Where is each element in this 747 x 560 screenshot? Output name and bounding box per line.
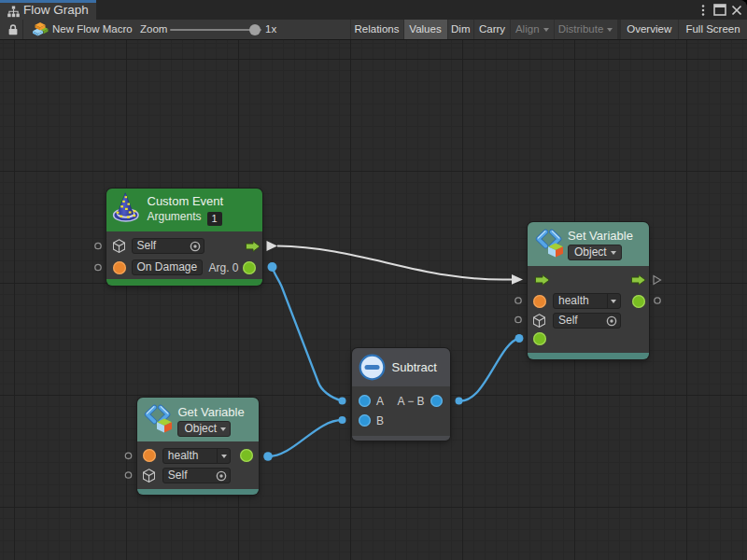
fullscreen-button[interactable]: Full Screen xyxy=(678,20,747,39)
window-menu-icon[interactable] xyxy=(695,2,712,19)
self-target-field[interactable]: Self xyxy=(132,238,204,254)
get-variable-header: Get Variable Object xyxy=(137,398,259,441)
input-a-label: A xyxy=(376,395,384,408)
get-variable-footer xyxy=(137,489,259,496)
chevron-down-icon xyxy=(611,251,616,255)
window-close-icon[interactable] xyxy=(728,2,745,19)
carry-button[interactable]: Carry xyxy=(473,20,510,39)
variable-name-dropdown[interactable]: health xyxy=(553,293,621,309)
wire-subtract-to-setvar[interactable] xyxy=(459,339,520,401)
arg0-out-port[interactable] xyxy=(243,261,256,274)
chevron-down-icon xyxy=(607,28,613,32)
wizard-hat-icon xyxy=(111,191,142,223)
flow-wire-start-arrow xyxy=(267,241,278,251)
port-nub[interactable] xyxy=(655,298,660,303)
zoom-slider-track[interactable] xyxy=(170,29,261,31)
target-picker-icon[interactable] xyxy=(216,470,227,482)
flow-wire-end-arrow xyxy=(512,274,523,285)
subtract-body xyxy=(352,386,451,436)
graph-canvas[interactable]: Custom Event Arguments1 Self xyxy=(0,40,747,560)
wire-dot xyxy=(339,397,346,404)
dropdown-value: Object xyxy=(184,422,217,435)
gameobject-cube-icon xyxy=(143,469,155,483)
window-controls xyxy=(695,0,747,20)
field-value: Self xyxy=(137,239,157,252)
wire-getvar-to-subtract-b[interactable] xyxy=(268,420,343,456)
self-target-field[interactable]: Self xyxy=(162,468,232,483)
subtract-footer xyxy=(352,436,451,441)
port-nub[interactable] xyxy=(95,264,101,270)
field-value: Self xyxy=(558,314,578,327)
align-button[interactable]: Align xyxy=(510,20,554,39)
input-b-label: B xyxy=(376,414,384,427)
button-label: Align xyxy=(515,23,540,35)
relations-button[interactable]: Relations xyxy=(350,20,403,39)
wire-dot xyxy=(268,262,277,272)
overview-button[interactable]: Overview xyxy=(620,20,679,39)
arg0-label: Arg. 0 xyxy=(209,261,239,274)
flow-out-port[interactable] xyxy=(246,241,261,252)
flow-out-port[interactable] xyxy=(631,274,646,286)
tab-flow-graph[interactable]: Flow Graph xyxy=(0,0,96,20)
graph-toolbar: New Flow Macro Zoom 1x Relations Values … xyxy=(0,20,747,40)
custom-event-footer xyxy=(106,279,262,286)
arguments-count-badge[interactable]: 1 xyxy=(207,212,222,226)
wire-arg0-to-subtract-a[interactable] xyxy=(273,267,343,400)
node-set-variable[interactable]: Set Variable Object health xyxy=(528,222,650,359)
node-subtract[interactable]: Subtract A A − B B xyxy=(352,348,451,441)
port-nub[interactable] xyxy=(515,298,521,303)
chevron-down-icon xyxy=(543,28,549,32)
flow-macro-icon xyxy=(32,21,49,41)
zoom-slider-handle[interactable] xyxy=(249,24,261,35)
node-subtitle: Arguments1 xyxy=(148,210,222,226)
lock-icon[interactable] xyxy=(7,23,19,40)
subtract-header: Subtract xyxy=(352,348,451,387)
value-in-port[interactable] xyxy=(533,332,546,345)
variable-name-port[interactable] xyxy=(533,295,546,308)
subtract-icon xyxy=(359,354,386,381)
value-out-port[interactable] xyxy=(632,295,645,308)
arguments-label: Arguments xyxy=(148,210,202,223)
port-nub[interactable] xyxy=(125,472,131,478)
flow-in-port[interactable] xyxy=(535,274,550,286)
node-title: Get Variable xyxy=(177,405,244,419)
flow-wire[interactable] xyxy=(277,246,512,280)
event-name-port[interactable] xyxy=(113,261,126,274)
variable-scope-dropdown[interactable]: Object xyxy=(568,245,622,260)
dim-button[interactable]: Dim xyxy=(447,20,474,39)
variable-scope-dropdown[interactable]: Object xyxy=(177,421,231,437)
set-variable-header: Set Variable Object xyxy=(528,222,650,266)
target-picker-icon[interactable] xyxy=(606,315,617,327)
tab-title: Flow Graph xyxy=(23,0,89,20)
wire-dot xyxy=(456,397,463,404)
macro-name-label[interactable]: New Flow Macro xyxy=(52,20,133,39)
self-target-field[interactable]: Self xyxy=(553,313,621,329)
gameobject-cube-icon xyxy=(113,239,125,254)
flow-port-nub[interactable] xyxy=(654,276,661,285)
window-maximize-icon[interactable] xyxy=(712,2,728,19)
wire-dot xyxy=(339,416,346,424)
distribute-button[interactable]: Distribute xyxy=(554,20,617,39)
output-port[interactable] xyxy=(430,395,443,407)
node-title: Custom Event xyxy=(148,194,224,208)
input-b-port[interactable] xyxy=(359,414,371,427)
dropdown-arrow-segment xyxy=(607,294,620,308)
field-value: Self xyxy=(168,469,188,482)
wire-dot xyxy=(515,334,524,343)
input-a-port[interactable] xyxy=(359,395,371,407)
dropdown-value: health xyxy=(558,294,589,307)
node-get-variable[interactable]: Get Variable Object health Self xyxy=(137,398,259,495)
port-nub[interactable] xyxy=(95,243,101,248)
target-picker-icon[interactable] xyxy=(190,241,201,252)
chevron-down-icon xyxy=(221,455,227,458)
variable-name-dropdown[interactable]: health xyxy=(162,448,232,464)
port-nub[interactable] xyxy=(125,453,131,458)
wire-dot xyxy=(263,452,273,461)
node-custom-event[interactable]: Custom Event Arguments1 Self xyxy=(106,189,262,286)
event-name-field[interactable]: On Damage xyxy=(132,259,203,275)
values-button[interactable]: Values xyxy=(403,20,447,39)
toolbar-buttons: Relations Values Dim Carry Align Distrib… xyxy=(350,20,747,39)
node-title: Set Variable xyxy=(568,229,633,243)
port-nub[interactable] xyxy=(515,316,521,322)
chevron-down-icon xyxy=(220,427,226,431)
